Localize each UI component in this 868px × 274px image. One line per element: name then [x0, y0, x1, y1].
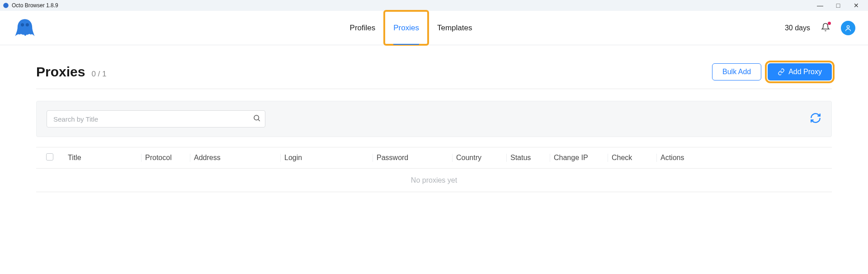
nav-tab-label: Proxies: [393, 24, 419, 33]
nav-tab-label: Templates: [437, 24, 472, 33]
window-minimize-button[interactable]: —: [811, 2, 829, 9]
select-all-checkbox[interactable]: [46, 153, 53, 161]
refresh-button[interactable]: [810, 112, 821, 126]
svg-point-1: [21, 23, 24, 26]
svg-point-3: [847, 25, 849, 28]
proxies-table: Title Protocol Address Login Password Co…: [36, 147, 832, 192]
refresh-icon: [810, 112, 821, 124]
user-icon: [844, 24, 852, 32]
svg-point-2: [26, 23, 29, 26]
notifications-button[interactable]: [821, 23, 830, 33]
notification-dot: [828, 22, 831, 25]
nav-tab-label: Profiles: [350, 24, 376, 33]
window-title: Octo Browser 1.8.9: [12, 2, 58, 9]
days-remaining[interactable]: 30 days: [785, 24, 810, 32]
top-nav: Profiles Proxies Templates 30 days: [0, 11, 868, 45]
add-proxy-button[interactable]: Add Proxy: [768, 63, 832, 80]
add-proxy-label: Add Proxy: [788, 68, 822, 76]
svg-line-5: [258, 119, 259, 121]
page-count: 0 / 1: [91, 70, 106, 79]
nav-tab-profiles[interactable]: Profiles: [341, 11, 385, 45]
table-empty-state: No proxies yet: [36, 169, 832, 192]
search-button[interactable]: [253, 114, 261, 124]
app-icon: [3, 2, 9, 9]
nav-tab-templates[interactable]: Templates: [428, 11, 481, 45]
col-password[interactable]: Password: [373, 154, 452, 162]
col-title[interactable]: Title: [60, 154, 141, 162]
col-login[interactable]: Login: [280, 154, 373, 162]
window-titlebar: Octo Browser 1.8.9 — □ ✕: [0, 0, 868, 11]
nav-tab-proxies[interactable]: Proxies: [384, 11, 428, 45]
filter-bar: [36, 101, 832, 137]
search-icon: [253, 114, 261, 122]
page-title: Proxies: [36, 64, 85, 80]
window-maximize-button[interactable]: □: [829, 2, 847, 9]
col-check[interactable]: Check: [608, 154, 656, 162]
col-protocol[interactable]: Protocol: [141, 154, 190, 162]
svg-point-0: [3, 3, 9, 8]
col-status[interactable]: Status: [506, 154, 550, 162]
app-logo: [13, 16, 37, 40]
user-avatar[interactable]: [841, 21, 855, 35]
col-actions[interactable]: Actions: [656, 154, 832, 162]
window-close-button[interactable]: ✕: [847, 2, 865, 9]
search-input[interactable]: [47, 110, 265, 128]
svg-point-4: [254, 115, 259, 120]
col-change-ip[interactable]: Change IP: [550, 154, 608, 162]
page-content: Proxies 0 / 1 Bulk Add Add Proxy: [0, 45, 868, 192]
link-icon: [778, 68, 785, 76]
table-header: Title Protocol Address Login Password Co…: [36, 147, 832, 169]
page-header: Proxies 0 / 1 Bulk Add Add Proxy: [36, 63, 832, 89]
bulk-add-button[interactable]: Bulk Add: [712, 63, 761, 80]
col-address[interactable]: Address: [190, 154, 280, 162]
col-country[interactable]: Country: [452, 154, 506, 162]
